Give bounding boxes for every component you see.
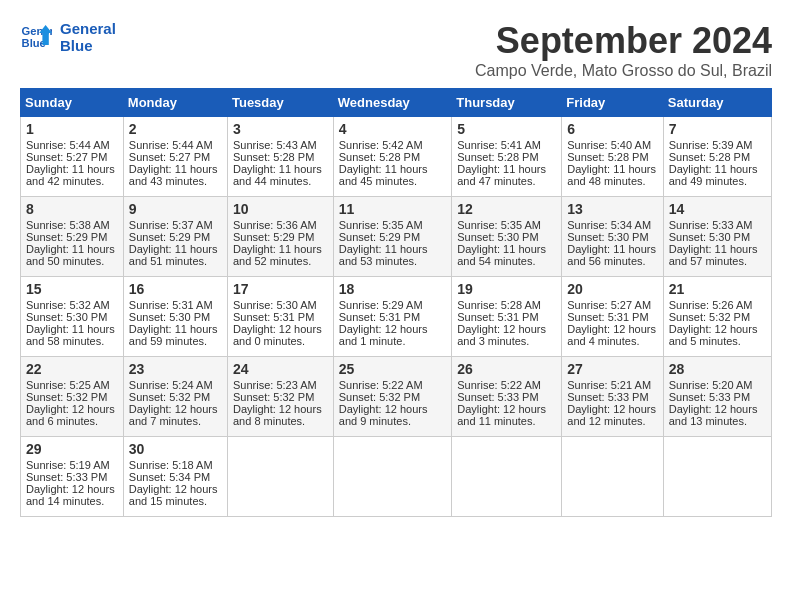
sunrise-text: Sunrise: 5:43 AM <box>233 139 328 151</box>
sunrise-text: Sunrise: 5:25 AM <box>26 379 118 391</box>
sunrise-text: Sunrise: 5:44 AM <box>26 139 118 151</box>
daylight-text: Daylight: 12 hours and 0 minutes. <box>233 323 328 347</box>
daylight-text: Daylight: 11 hours and 56 minutes. <box>567 243 657 267</box>
col-thursday: Thursday <box>452 89 562 117</box>
table-row <box>562 437 663 517</box>
day-number: 8 <box>26 201 118 217</box>
sunset-text: Sunset: 5:31 PM <box>457 311 556 323</box>
calendar-week-row: 1Sunrise: 5:44 AMSunset: 5:27 PMDaylight… <box>21 117 772 197</box>
sunset-text: Sunset: 5:28 PM <box>339 151 446 163</box>
sunset-text: Sunset: 5:27 PM <box>129 151 222 163</box>
sunset-text: Sunset: 5:28 PM <box>233 151 328 163</box>
sunset-text: Sunset: 5:33 PM <box>457 391 556 403</box>
table-row: 27Sunrise: 5:21 AMSunset: 5:33 PMDayligh… <box>562 357 663 437</box>
day-number: 23 <box>129 361 222 377</box>
daylight-text: Daylight: 11 hours and 48 minutes. <box>567 163 657 187</box>
sunset-text: Sunset: 5:34 PM <box>129 471 222 483</box>
day-number: 4 <box>339 121 446 137</box>
daylight-text: Daylight: 11 hours and 44 minutes. <box>233 163 328 187</box>
sunset-text: Sunset: 5:32 PM <box>26 391 118 403</box>
day-number: 29 <box>26 441 118 457</box>
day-number: 21 <box>669 281 766 297</box>
svg-text:Blue: Blue <box>22 37 46 49</box>
sunrise-text: Sunrise: 5:22 AM <box>339 379 446 391</box>
daylight-text: Daylight: 12 hours and 7 minutes. <box>129 403 222 427</box>
day-number: 22 <box>26 361 118 377</box>
calendar-week-row: 8Sunrise: 5:38 AMSunset: 5:29 PMDaylight… <box>21 197 772 277</box>
sunset-text: Sunset: 5:32 PM <box>339 391 446 403</box>
sunset-text: Sunset: 5:30 PM <box>129 311 222 323</box>
sunset-text: Sunset: 5:31 PM <box>567 311 657 323</box>
sunset-text: Sunset: 5:31 PM <box>233 311 328 323</box>
day-number: 16 <box>129 281 222 297</box>
table-row <box>663 437 771 517</box>
table-row: 21Sunrise: 5:26 AMSunset: 5:32 PMDayligh… <box>663 277 771 357</box>
logo-text-blue: Blue <box>60 37 116 54</box>
daylight-text: Daylight: 11 hours and 42 minutes. <box>26 163 118 187</box>
sunrise-text: Sunrise: 5:41 AM <box>457 139 556 151</box>
sunset-text: Sunset: 5:33 PM <box>26 471 118 483</box>
day-number: 9 <box>129 201 222 217</box>
sunrise-text: Sunrise: 5:30 AM <box>233 299 328 311</box>
daylight-text: Daylight: 11 hours and 49 minutes. <box>669 163 766 187</box>
sunset-text: Sunset: 5:32 PM <box>669 311 766 323</box>
table-row: 1Sunrise: 5:44 AMSunset: 5:27 PMDaylight… <box>21 117 124 197</box>
sunrise-text: Sunrise: 5:20 AM <box>669 379 766 391</box>
sunset-text: Sunset: 5:30 PM <box>26 311 118 323</box>
daylight-text: Daylight: 12 hours and 3 minutes. <box>457 323 556 347</box>
table-row: 5Sunrise: 5:41 AMSunset: 5:28 PMDaylight… <box>452 117 562 197</box>
sunset-text: Sunset: 5:29 PM <box>129 231 222 243</box>
day-number: 30 <box>129 441 222 457</box>
daylight-text: Daylight: 11 hours and 58 minutes. <box>26 323 118 347</box>
table-row: 24Sunrise: 5:23 AMSunset: 5:32 PMDayligh… <box>227 357 333 437</box>
sunset-text: Sunset: 5:29 PM <box>339 231 446 243</box>
table-row: 4Sunrise: 5:42 AMSunset: 5:28 PMDaylight… <box>333 117 451 197</box>
sunrise-text: Sunrise: 5:38 AM <box>26 219 118 231</box>
sunset-text: Sunset: 5:30 PM <box>669 231 766 243</box>
col-monday: Monday <box>123 89 227 117</box>
table-row <box>227 437 333 517</box>
table-row: 13Sunrise: 5:34 AMSunset: 5:30 PMDayligh… <box>562 197 663 277</box>
daylight-text: Daylight: 11 hours and 47 minutes. <box>457 163 556 187</box>
table-row: 22Sunrise: 5:25 AMSunset: 5:32 PMDayligh… <box>21 357 124 437</box>
table-row: 25Sunrise: 5:22 AMSunset: 5:32 PMDayligh… <box>333 357 451 437</box>
daylight-text: Daylight: 12 hours and 4 minutes. <box>567 323 657 347</box>
sunset-text: Sunset: 5:29 PM <box>233 231 328 243</box>
table-row: 12Sunrise: 5:35 AMSunset: 5:30 PMDayligh… <box>452 197 562 277</box>
table-row: 2Sunrise: 5:44 AMSunset: 5:27 PMDaylight… <box>123 117 227 197</box>
sunset-text: Sunset: 5:29 PM <box>26 231 118 243</box>
sunrise-text: Sunrise: 5:44 AM <box>129 139 222 151</box>
calendar-week-row: 15Sunrise: 5:32 AMSunset: 5:30 PMDayligh… <box>21 277 772 357</box>
title-section: September 2024 Campo Verde, Mato Grosso … <box>475 20 772 80</box>
logo-icon: General Blue <box>20 21 52 53</box>
table-row: 14Sunrise: 5:33 AMSunset: 5:30 PMDayligh… <box>663 197 771 277</box>
table-row: 19Sunrise: 5:28 AMSunset: 5:31 PMDayligh… <box>452 277 562 357</box>
sunrise-text: Sunrise: 5:33 AM <box>669 219 766 231</box>
daylight-text: Daylight: 11 hours and 43 minutes. <box>129 163 222 187</box>
day-number: 20 <box>567 281 657 297</box>
col-saturday: Saturday <box>663 89 771 117</box>
location: Campo Verde, Mato Grosso do Sul, Brazil <box>475 62 772 80</box>
daylight-text: Daylight: 12 hours and 12 minutes. <box>567 403 657 427</box>
page-header: General Blue General Blue September 2024… <box>20 20 772 80</box>
col-wednesday: Wednesday <box>333 89 451 117</box>
sunset-text: Sunset: 5:32 PM <box>129 391 222 403</box>
table-row: 28Sunrise: 5:20 AMSunset: 5:33 PMDayligh… <box>663 357 771 437</box>
table-row: 20Sunrise: 5:27 AMSunset: 5:31 PMDayligh… <box>562 277 663 357</box>
day-number: 7 <box>669 121 766 137</box>
sunrise-text: Sunrise: 5:28 AM <box>457 299 556 311</box>
daylight-text: Daylight: 11 hours and 53 minutes. <box>339 243 446 267</box>
day-number: 6 <box>567 121 657 137</box>
day-number: 19 <box>457 281 556 297</box>
sunset-text: Sunset: 5:28 PM <box>457 151 556 163</box>
day-number: 5 <box>457 121 556 137</box>
daylight-text: Daylight: 12 hours and 11 minutes. <box>457 403 556 427</box>
daylight-text: Daylight: 12 hours and 15 minutes. <box>129 483 222 507</box>
logo: General Blue General Blue <box>20 20 116 54</box>
day-number: 14 <box>669 201 766 217</box>
table-row: 18Sunrise: 5:29 AMSunset: 5:31 PMDayligh… <box>333 277 451 357</box>
day-number: 25 <box>339 361 446 377</box>
day-number: 11 <box>339 201 446 217</box>
sunset-text: Sunset: 5:33 PM <box>669 391 766 403</box>
table-row: 16Sunrise: 5:31 AMSunset: 5:30 PMDayligh… <box>123 277 227 357</box>
